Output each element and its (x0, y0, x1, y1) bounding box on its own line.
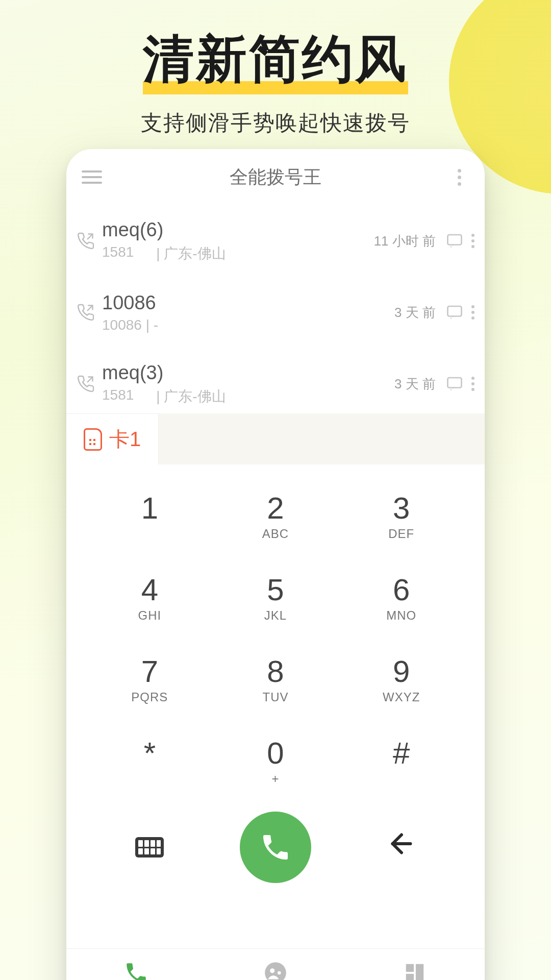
call-button[interactable] (240, 812, 311, 883)
app-header: 全能拨号王 (66, 149, 485, 205)
call-sub: 1581| 广东-佛山 (102, 387, 394, 406)
key-hash[interactable]: # (338, 720, 464, 801)
key-7[interactable]: 7PQRS (87, 638, 213, 720)
svg-rect-9 (406, 974, 414, 980)
call-info: meq(3) 1581| 广东-佛山 (98, 362, 394, 406)
svg-rect-7 (406, 964, 414, 972)
svg-rect-2 (448, 378, 462, 388)
key-1[interactable]: 1 (87, 475, 213, 556)
key-3[interactable]: 3DEF (338, 475, 464, 556)
svg-point-5 (270, 968, 274, 973)
bottom-nav: 电话 联系人 更多功能 (66, 948, 485, 980)
sim-tab[interactable]: 卡1 (66, 413, 159, 464)
contacts-icon (263, 959, 288, 980)
promo-title: 清新简约风 (0, 26, 551, 94)
call-sub: 10086 | - (102, 317, 394, 333)
row-options-icon[interactable] (471, 234, 474, 248)
nav-contacts[interactable]: 联系人 (206, 959, 345, 980)
keyboard-icon[interactable] (135, 837, 164, 857)
row-options-icon[interactable] (471, 377, 474, 391)
call-name: meq(6) (102, 219, 374, 241)
grid-icon (403, 959, 427, 980)
key-2[interactable]: 2ABC (213, 475, 339, 556)
sim-selector-bar: 卡1 (66, 413, 485, 464)
backspace-icon[interactable] (386, 828, 417, 866)
message-icon[interactable] (444, 232, 465, 250)
svg-point-6 (278, 971, 281, 975)
key-9[interactable]: 9WXYZ (338, 638, 464, 720)
call-info: 10086 10086 | - (98, 292, 394, 333)
call-name: 10086 (102, 292, 394, 314)
sim-label: 卡1 (109, 425, 141, 453)
more-options-icon[interactable] (449, 169, 469, 186)
call-row[interactable]: meq(6) 1581| 广东-佛山 11 小时 前 (66, 205, 485, 277)
call-row[interactable]: 10086 10086 | - 3 天 前 (66, 277, 485, 348)
key-6[interactable]: 6MNO (338, 556, 464, 638)
phone-icon (123, 959, 149, 980)
message-icon[interactable] (444, 375, 465, 393)
call-time: 3 天 前 (394, 375, 436, 393)
key-0[interactable]: 0+ (213, 720, 339, 801)
svg-rect-1 (448, 306, 462, 316)
nav-phone[interactable]: 电话 (66, 959, 206, 980)
call-sub: 1581| 广东-佛山 (102, 244, 374, 263)
key-4[interactable]: 4GHI (87, 556, 213, 638)
nav-more[interactable]: 更多功能 (345, 959, 485, 980)
message-icon[interactable] (444, 303, 465, 322)
outgoing-call-icon (73, 232, 98, 250)
outgoing-call-icon (73, 303, 98, 322)
key-star[interactable]: * (87, 720, 213, 801)
row-options-icon[interactable] (471, 305, 474, 320)
key-5[interactable]: 5JKL (213, 556, 339, 638)
key-8[interactable]: 8TUV (213, 638, 339, 720)
app-title: 全能拨号王 (102, 165, 449, 190)
call-row[interactable]: meq(3) 1581| 广东-佛山 3 天 前 (66, 348, 485, 420)
menu-icon[interactable] (82, 170, 102, 184)
call-name: meq(3) (102, 362, 394, 384)
call-time: 3 天 前 (394, 304, 436, 322)
outgoing-call-icon (73, 375, 98, 393)
sim-card-icon (84, 428, 102, 451)
dial-action-row (66, 801, 485, 898)
dial-pad: 1 2ABC 3DEF 4GHI 5JKL 6MNO 7PQRS 8TUV 9W… (66, 464, 485, 801)
svg-rect-8 (416, 964, 423, 980)
phone-frame: 全能拨号王 meq(6) 1581| 广东-佛山 11 小时 前 10086 (66, 149, 485, 980)
call-info: meq(6) 1581| 广东-佛山 (98, 219, 374, 263)
svg-rect-0 (448, 235, 462, 245)
call-time: 11 小时 前 (374, 232, 436, 250)
